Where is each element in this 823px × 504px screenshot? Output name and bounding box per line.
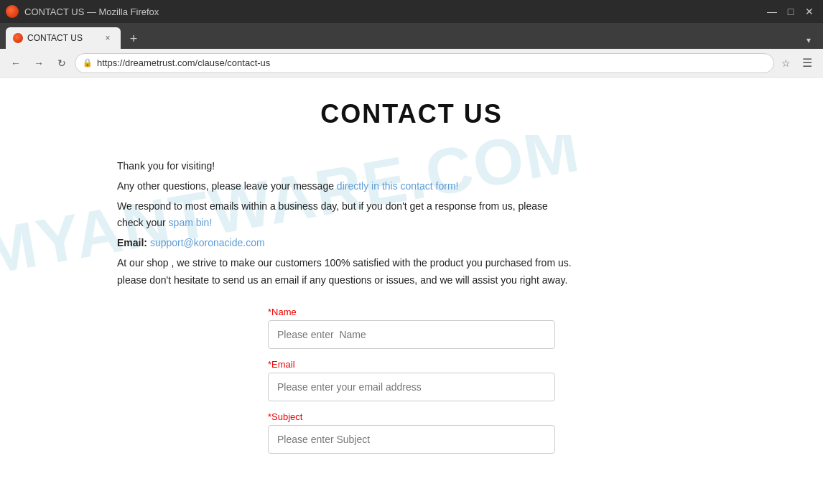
titlebar-controls: — □ ✕ — [764, 4, 817, 19]
name-input[interactable] — [268, 320, 555, 349]
minimize-button[interactable]: — — [764, 4, 780, 19]
tab-title: CONTACT US — [27, 33, 98, 43]
subject-label: *Subject — [268, 411, 555, 422]
window-titlebar: CONTACT US — Mozilla Firefox — □ ✕ — [0, 0, 823, 23]
email-link[interactable]: support@koronacide.com — [150, 237, 265, 248]
active-tab[interactable]: CONTACT US × — [6, 27, 121, 49]
email-label: Email: — [117, 237, 147, 248]
intro-line4: At our shop , we strive to make our cust… — [117, 255, 577, 289]
firefox-icon — [6, 5, 19, 18]
url-text: https://dreametrust.com/clause/contact-u… — [97, 57, 766, 68]
bookmark-button[interactable]: ☆ — [777, 55, 794, 72]
nav-bar: ← → ↻ 🔒 https://dreametrust.com/clause/c… — [0, 49, 823, 78]
email-field-group: *Email — [268, 359, 555, 401]
page-title: CONTACT US — [117, 99, 706, 129]
reload-button[interactable]: ↻ — [52, 53, 72, 73]
contact-form: *Name *Email *Subject — [117, 307, 706, 464]
spam-link[interactable]: spam bin! — [169, 217, 213, 228]
email-field-label: *Email — [268, 359, 555, 370]
email-line: Email: support@koronacide.com — [117, 235, 577, 252]
email-input[interactable] — [268, 373, 555, 401]
titlebar-left: CONTACT US — Mozilla Firefox — [6, 5, 159, 18]
intro-text: Thank you for visiting! Any other questi… — [117, 158, 577, 289]
back-button[interactable]: ← — [6, 53, 26, 73]
tab-bar: CONTACT US × + ▾ — [0, 23, 823, 49]
contact-form-link[interactable]: directly in this contact form! — [337, 180, 459, 192]
security-icon: 🔒 — [83, 58, 93, 67]
menu-button[interactable]: ☰ — [797, 53, 817, 73]
tab-favicon — [13, 33, 23, 43]
tab-close-button[interactable]: × — [102, 32, 113, 44]
subject-field-group: *Subject — [268, 411, 555, 454]
page-content: MYANTWARE.COM CONTACT US Thank you for v… — [0, 78, 823, 504]
content-inner: CONTACT US Thank you for visiting! Any o… — [88, 78, 735, 493]
intro-line1: Thank you for visiting! — [117, 158, 577, 175]
tab-dropdown-button[interactable]: ▾ — [800, 32, 817, 49]
subject-input[interactable] — [268, 425, 555, 454]
intro-line2: Any other questions, please leave your m… — [117, 178, 577, 195]
intro-line3: We respond to most emails within a busin… — [117, 198, 577, 233]
close-button[interactable]: ✕ — [801, 4, 817, 19]
name-label: *Name — [268, 307, 555, 317]
name-field-group: *Name — [268, 307, 555, 349]
address-bar[interactable]: 🔒 https://dreametrust.com/clause/contact… — [75, 53, 774, 73]
maximize-button[interactable]: □ — [783, 4, 799, 19]
forward-button[interactable]: → — [29, 53, 49, 73]
window-title: CONTACT US — Mozilla Firefox — [24, 6, 159, 17]
new-tab-button[interactable]: + — [124, 29, 144, 49]
